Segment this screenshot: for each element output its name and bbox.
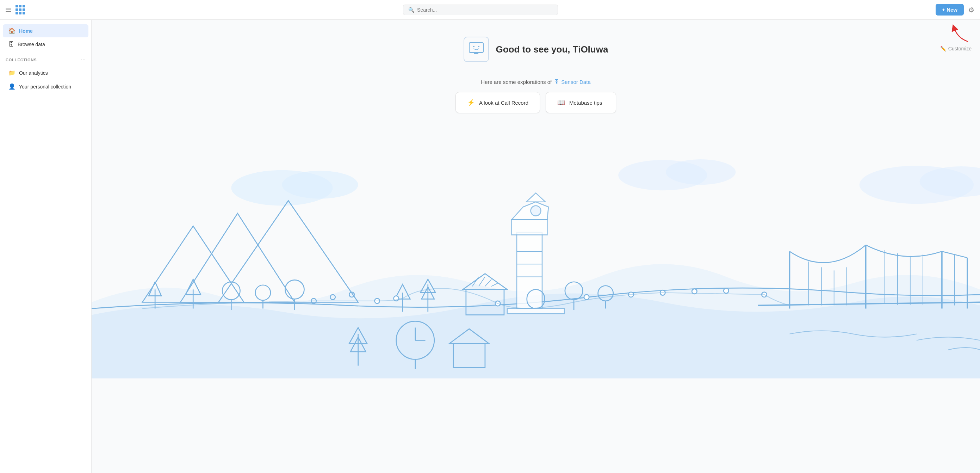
sidebar-personal-label: Your personal collection — [19, 84, 71, 89]
search-input[interactable] — [417, 7, 553, 13]
greeting-text: Good to see you, TiOluwa — [496, 44, 608, 55]
sidebar-item-personal-collection[interactable]: 👤 Your personal collection — [3, 80, 88, 93]
sidebar-browse-label: Browse data — [18, 41, 45, 47]
search-bar: 🔍 — [25, 5, 935, 15]
explorations-prefix: Here are some explorations of — [481, 79, 552, 85]
svg-rect-20 — [517, 232, 542, 308]
svg-point-22 — [531, 206, 541, 216]
svg-point-3 — [473, 46, 474, 47]
sidebar-item-browse-data[interactable]: 🗄 Browse data — [3, 38, 88, 51]
hero-section: Good to see you, TiOluwa Here are some e… — [92, 20, 980, 391]
header: 🔍 + New ⚙ — [0, 0, 980, 20]
header-right: + New ⚙ — [935, 4, 974, 16]
svg-point-59 — [724, 288, 729, 293]
sidebar: 🏠 Home 🗄 Browse data COLLECTIONS ··· 📁 O… — [0, 20, 92, 473]
svg-line-31 — [485, 279, 492, 287]
exploration-card-metabase-tips[interactable]: 📖 Metabase tips — [546, 92, 616, 113]
svg-rect-27 — [507, 308, 564, 313]
sidebar-home-label: Home — [19, 28, 33, 34]
hamburger-icon[interactable] — [6, 8, 11, 12]
svg-point-4 — [478, 46, 479, 47]
book-icon: 📖 — [557, 99, 565, 107]
explorations-section: Here are some explorations of 🗄 Sensor D… — [455, 79, 616, 113]
call-record-label: A look at Call Record — [479, 100, 528, 106]
exploration-card-call-record[interactable]: ⚡ A look at Call Record — [455, 92, 540, 113]
monitor-icon — [468, 41, 485, 57]
monitor-icon-box — [464, 37, 489, 62]
metabase-tips-label: Metabase tips — [569, 100, 602, 106]
db-name: Sensor Data — [561, 79, 590, 85]
sidebar-collections-header: COLLECTIONS ··· — [0, 54, 91, 66]
home-icon: 🏠 — [8, 27, 16, 34]
svg-rect-21 — [512, 220, 547, 235]
explorations-label: Here are some explorations of 🗄 Sensor D… — [481, 79, 590, 85]
search-icon: 🔍 — [408, 7, 414, 13]
content-area: ✏️ Customize Good to se — [92, 20, 980, 473]
svg-point-55 — [584, 295, 589, 299]
search-input-wrap[interactable]: 🔍 — [403, 5, 558, 15]
main-layout: 🏠 Home 🗄 Browse data COLLECTIONS ··· 📁 O… — [0, 20, 980, 473]
svg-point-15 — [285, 280, 304, 299]
sidebar-item-home[interactable]: 🏠 Home — [3, 24, 88, 37]
svg-point-13 — [255, 285, 270, 300]
db-icon: 🗄 — [554, 79, 559, 85]
greeting-row: Good to see you, TiOluwa — [464, 37, 608, 62]
collections-title: COLLECTIONS — [6, 58, 37, 62]
sidebar-item-our-analytics[interactable]: 📁 Our analytics — [3, 66, 88, 79]
header-left — [6, 5, 25, 14]
settings-icon[interactable]: ⚙ — [968, 6, 974, 14]
more-icon[interactable]: ··· — [81, 57, 86, 63]
exploration-cards: ⚡ A look at Call Record 📖 Metabase tips — [455, 92, 616, 113]
database-icon: 🗄 — [8, 41, 14, 48]
svg-point-8 — [666, 159, 735, 185]
svg-line-30 — [479, 277, 485, 286]
svg-point-6 — [282, 171, 358, 199]
sidebar-our-analytics-label: Our analytics — [19, 70, 48, 76]
svg-rect-0 — [469, 43, 483, 53]
logo[interactable] — [16, 5, 25, 14]
new-button[interactable]: + New — [935, 4, 964, 16]
landscape-illustration — [92, 124, 980, 380]
lightning-icon: ⚡ — [467, 99, 475, 107]
person-icon: 👤 — [8, 83, 16, 90]
folder-icon: 📁 — [8, 69, 16, 76]
svg-line-32 — [492, 283, 498, 286]
